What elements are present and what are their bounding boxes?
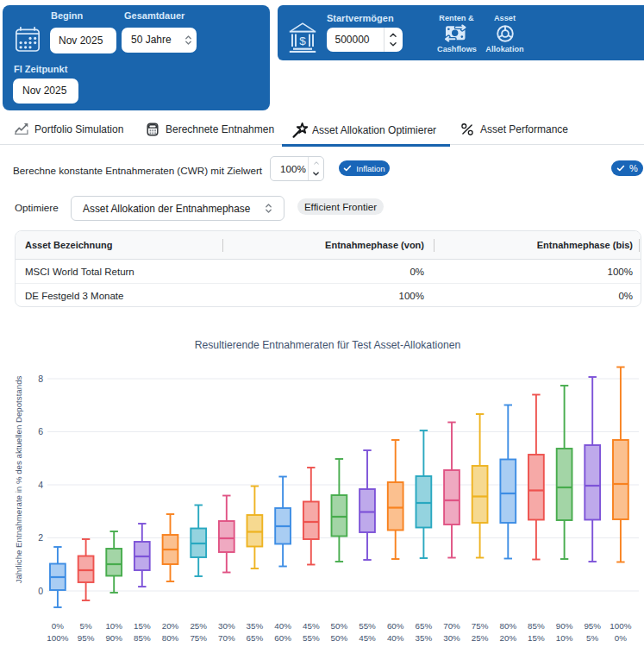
svg-text:45%: 45% xyxy=(303,621,320,631)
svg-text:10%: 10% xyxy=(105,621,122,631)
svg-text:70%: 70% xyxy=(443,621,460,631)
svg-text:60%: 60% xyxy=(274,633,291,643)
svg-text:95%: 95% xyxy=(78,633,95,643)
svg-text:50%: 50% xyxy=(331,633,348,643)
svg-text:0: 0 xyxy=(38,586,43,596)
svg-text:15%: 15% xyxy=(528,633,545,643)
svg-text:65%: 65% xyxy=(416,621,433,631)
svg-text:40%: 40% xyxy=(387,633,404,643)
svg-text:90%: 90% xyxy=(556,621,573,631)
svg-text:2: 2 xyxy=(38,532,43,543)
svg-text:5%: 5% xyxy=(586,633,598,643)
svg-text:Jährliche Entnahmerate in % de: Jährliche Entnahmerate in % des aktuelle… xyxy=(14,375,23,583)
svg-text:100%: 100% xyxy=(47,633,68,643)
svg-text:90%: 90% xyxy=(105,633,122,643)
svg-text:20%: 20% xyxy=(499,633,516,643)
svg-text:80%: 80% xyxy=(499,621,516,631)
svg-text:30%: 30% xyxy=(218,621,235,631)
svg-text:100%: 100% xyxy=(610,621,631,631)
svg-text:55%: 55% xyxy=(303,633,320,643)
svg-text:10%: 10% xyxy=(556,633,573,643)
svg-text:80%: 80% xyxy=(162,633,179,643)
svg-text:65%: 65% xyxy=(247,633,264,643)
svg-text:45%: 45% xyxy=(359,633,376,643)
svg-text:20%: 20% xyxy=(162,621,179,631)
svg-text:75%: 75% xyxy=(472,621,489,631)
svg-text:95%: 95% xyxy=(584,621,601,631)
svg-text:25%: 25% xyxy=(472,633,489,643)
svg-text:35%: 35% xyxy=(247,621,264,631)
svg-text:50%: 50% xyxy=(331,621,348,631)
svg-text:75%: 75% xyxy=(190,633,207,643)
svg-text:4: 4 xyxy=(38,480,43,490)
svg-text:0%: 0% xyxy=(615,633,627,643)
svg-text:40%: 40% xyxy=(274,621,291,631)
svg-text:85%: 85% xyxy=(528,621,545,631)
svg-text:70%: 70% xyxy=(218,633,235,643)
svg-text:15%: 15% xyxy=(134,621,151,631)
svg-text:6: 6 xyxy=(38,426,43,437)
svg-text:60%: 60% xyxy=(387,621,404,631)
svg-text:55%: 55% xyxy=(359,621,376,631)
svg-text:30%: 30% xyxy=(443,633,460,643)
svg-text:25%: 25% xyxy=(190,621,207,631)
svg-text:$: $ xyxy=(299,35,306,47)
svg-text:8: 8 xyxy=(38,374,43,384)
svg-text:5%: 5% xyxy=(80,621,92,631)
svg-text:0%: 0% xyxy=(52,621,64,631)
svg-text:85%: 85% xyxy=(134,633,151,643)
svg-text:35%: 35% xyxy=(416,633,433,643)
svg-text:Resultierende Entnahmeraten fü: Resultierende Entnahmeraten für Test Ass… xyxy=(195,339,461,351)
